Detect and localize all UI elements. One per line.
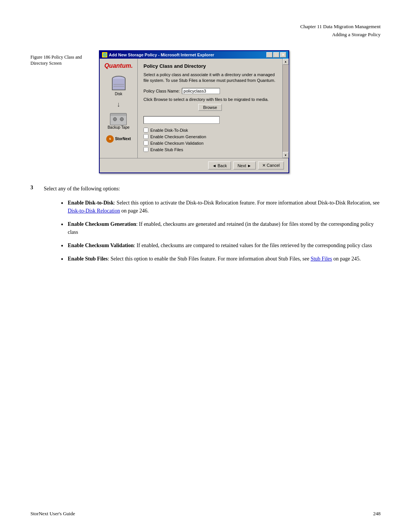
bullet-dot: •	[61, 243, 64, 249]
dialog-title: Add New Storage Policy - Microsoft Inter…	[109, 53, 214, 57]
dialog-description: Select a policy class and associate it w…	[143, 72, 277, 84]
term-checksum-gen: Enable Checksum Generation	[68, 221, 136, 227]
browse-button-container: Browse	[143, 104, 277, 114]
term-disk-to-disk: Enable Disk-to-Disk	[68, 200, 114, 206]
footer-right: 248	[373, 511, 381, 517]
cylinder-line	[113, 86, 124, 86]
next-button[interactable]: Next ►	[233, 161, 256, 169]
titlebar-left: 🌐 Add New Storage Policy - Microsoft Int…	[102, 52, 214, 58]
disk-cylinder	[112, 76, 126, 91]
stornext-logo: S StorNext	[106, 135, 131, 143]
chapter-line1: Chapter 11 Data Migration Management	[30, 23, 381, 31]
chapter-line2: Adding a Storage Policy	[30, 31, 381, 39]
arrow-down-icon: ↓	[117, 101, 120, 109]
back-button[interactable]: ◄ Back	[208, 161, 231, 169]
policy-class-label: Policy Class Name:	[143, 89, 180, 93]
list-item: • Enable Disk-to-Disk: Select this optio…	[61, 199, 381, 215]
term-stub-files: Enable Stub Files	[68, 256, 108, 262]
ie-icon: 🌐	[102, 52, 107, 58]
checkbox-disk-to-disk: Enable Disk-To-Disk	[143, 128, 277, 133]
stornext-text: StorNext	[115, 137, 131, 141]
page-footer: StorNext User's Guide 248	[0, 511, 411, 517]
bullet-text-4: Enable Stub Files: Select this option to…	[68, 255, 381, 263]
tape-icon-container: Backup Tape	[108, 113, 130, 129]
dialog-body: Quantum. Disk	[100, 59, 288, 158]
cancel-button[interactable]: ✕ Cancel	[258, 161, 284, 169]
bullet-text-2: Enable Checksum Generation: If enabled, …	[68, 220, 381, 236]
scroll-up-button[interactable]: ▲	[283, 59, 289, 65]
checkbox-checksum-gen-label: Enable Checksum Generation	[150, 134, 206, 139]
bullet-text-1: Enable Disk-to-Disk: Select this option …	[68, 199, 381, 215]
figure-caption: Figure 186 Policy Class and Directory Sc…	[30, 50, 91, 174]
checkbox-stub-files-input[interactable]	[143, 147, 148, 152]
checkbox-stub-files-label: Enable Stub Files	[150, 147, 183, 152]
dialog-window: 🌐 Add New Storage Policy - Microsoft Int…	[99, 50, 289, 174]
checkbox-checksum-val: Enable Checksum Validation	[143, 141, 277, 145]
dialog-controls[interactable]: _ □ ✕	[266, 52, 286, 58]
bullet-list: • Enable Disk-to-Disk: Select this optio…	[61, 199, 381, 263]
checkbox-disk-to-disk-label: Enable Disk-To-Disk	[150, 128, 188, 133]
browse-instruction: Click Browse to select a directory with …	[143, 97, 277, 102]
scroll-down-button[interactable]: ▼	[283, 152, 289, 158]
policy-class-row: Policy Class Name:	[143, 88, 277, 94]
content-area: Figure 186 Policy Class and Directory Sc…	[0, 50, 411, 174]
restore-button[interactable]: □	[273, 52, 279, 58]
step-3: 3 Select any of the following options:	[30, 185, 381, 193]
step-text: Select any of the following options:	[44, 185, 120, 193]
close-button[interactable]: ✕	[280, 52, 286, 58]
disk-label: Disk	[115, 92, 122, 96]
list-item: • Enable Stub Files: Select this option …	[61, 255, 381, 263]
backup-label: Backup Tape	[108, 125, 130, 129]
tape-reels	[113, 117, 124, 121]
tape-top	[110, 113, 126, 116]
step-number: 3	[30, 185, 38, 193]
scroll-track	[283, 65, 289, 152]
tape-icon	[110, 113, 127, 125]
cylinder-line	[113, 84, 124, 85]
quantum-logo: Quantum.	[104, 62, 133, 69]
section-title: Policy Class and Directory	[143, 63, 277, 69]
tape-reel-right	[120, 117, 124, 121]
checkbox-checksum-val-input[interactable]	[143, 141, 148, 145]
cylinder-body	[112, 79, 126, 90]
list-item: • Enable Checksum Generation: If enabled…	[61, 220, 381, 236]
policy-class-input[interactable]	[182, 88, 220, 94]
checkbox-checksum-val-label: Enable Checksum Validation	[150, 141, 204, 145]
footer-left: StorNext User's Guide	[30, 511, 75, 517]
dialog-footer: ◄ Back Next ► ✕ Cancel	[100, 158, 288, 173]
checkbox-checksum-gen-input[interactable]	[143, 134, 148, 139]
scrollbar[interactable]: ▲ ▼	[282, 59, 288, 158]
dialog-main-content: Policy Class and Directory Select a poli…	[138, 59, 282, 158]
path-input-container	[143, 116, 277, 124]
checkbox-disk-to-disk-input[interactable]	[143, 128, 148, 133]
checkbox-group: Enable Disk-To-Disk Enable Checksum Gene…	[143, 128, 277, 152]
list-item: • Enable Checksum Validation: If enabled…	[61, 241, 381, 249]
dialog-sidebar: Quantum. Disk	[100, 59, 138, 158]
stornext-icon: S	[106, 135, 114, 143]
bullet-text-3: Enable Checksum Validation: If enabled, …	[68, 241, 381, 249]
checkbox-stub-files: Enable Stub Files	[143, 147, 277, 152]
path-input[interactable]	[143, 116, 220, 124]
doc-content: 3 Select any of the following options: •…	[0, 173, 411, 280]
link-disk-to-disk[interactable]: Disk-to-Disk Relocation	[68, 208, 120, 214]
disk-icon-container: Disk	[112, 75, 126, 96]
checkbox-checksum-gen: Enable Checksum Generation	[143, 134, 277, 139]
tape-reel-left	[113, 117, 117, 121]
browse-button[interactable]: Browse	[198, 104, 222, 111]
bullet-dot: •	[61, 256, 64, 263]
cylinder-lines	[113, 84, 124, 86]
link-stub-files[interactable]: Stub Files	[311, 256, 332, 262]
term-checksum-val: Enable Checksum Validation	[68, 243, 134, 248]
bullet-dot: •	[61, 221, 64, 236]
bullet-dot: •	[61, 200, 64, 215]
dialog-titlebar: 🌐 Add New Storage Policy - Microsoft Int…	[100, 51, 288, 59]
page-header: Chapter 11 Data Migration Management Add…	[0, 0, 411, 46]
minimize-button[interactable]: _	[266, 52, 272, 58]
